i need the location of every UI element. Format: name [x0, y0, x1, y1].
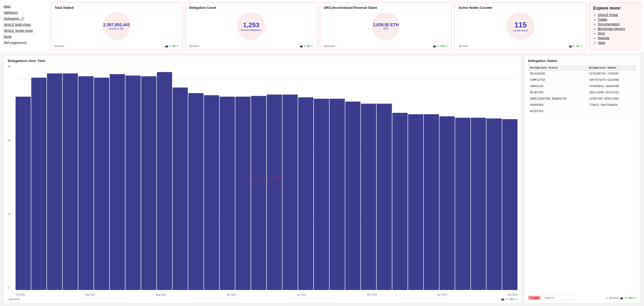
svg-rect-19 — [251, 96, 266, 290]
svg-rect-11 — [125, 76, 141, 290]
td-status-6: ACCEPTED — [528, 108, 587, 115]
y-label-1b: 1b — [8, 212, 15, 215]
search-input[interactable] — [542, 295, 575, 301]
user-tag-2: @payvint — [324, 44, 334, 47]
explore-title: Explore more: — [593, 6, 636, 11]
cards-row: Total Staked 2,397,892,443 amount in SKL… — [50, 2, 640, 50]
chart-main: D.une — [16, 65, 518, 290]
svg-rect-5 — [31, 78, 47, 290]
x-label-5: Nov 2022 — [367, 294, 377, 296]
check-icon-3: ✔ — [580, 44, 582, 48]
nav-multi-chain[interactable]: SKALE Multi-chain — [4, 23, 48, 26]
nav-node[interactable]: Node — [4, 35, 48, 38]
x-label-7: Sep 2023 — [508, 294, 518, 296]
x-label-6: Apr 2023 — [438, 294, 447, 296]
card-delegation-count: Delegation Count 1,253 amount delegation… — [185, 2, 317, 50]
chart-time-badge: 16d — [509, 298, 514, 300]
explore-item-0: SKALE Portal — [598, 13, 636, 17]
footer-icons-3: 📷 ⟳ 9d ✔ — [569, 44, 582, 48]
explore-link-0[interactable]: SKALE Portal — [598, 13, 618, 17]
refresh-icon-1: ⟳ — [304, 44, 306, 48]
table-title: Delegation States — [528, 59, 636, 63]
chart-footer-right: 📷 ⟳ 16d ✔ — [501, 298, 518, 301]
svg-rect-26 — [361, 104, 376, 290]
explore-link-2[interactable]: Documentation — [598, 22, 620, 26]
circle-bg-2: 2,639.92 ETH DRS — [372, 12, 400, 40]
table-check-icon: ✔ — [634, 296, 636, 300]
nav-ima: IMA page(soon) — [4, 41, 48, 44]
time-badge-3: 9d — [576, 44, 579, 47]
explore-item-4: DAO — [598, 32, 636, 35]
table-row: COMPLETED1967975879.6232986 — [528, 77, 636, 83]
svg-rect-27 — [376, 104, 392, 290]
circle-container-3: 115 number nodes — [458, 10, 582, 42]
table-user: @manel — [609, 296, 619, 299]
value-1: 1,253 — [243, 21, 259, 29]
nav-validators[interactable]: Validators — [4, 11, 48, 14]
card-title-0: Total Staked — [54, 6, 178, 10]
refresh-icon-3: ⟳ — [573, 44, 575, 48]
card-footer-3: @manel 📷 ⟳ 9d ✔ — [458, 44, 582, 48]
bar-chart-svg — [16, 65, 518, 290]
table-row: REJECTED296112898.02223325 — [528, 90, 636, 96]
nav-single-chain[interactable]: SKALE Single-chain — [4, 29, 48, 32]
user-tag-1: @manel — [189, 44, 199, 47]
svg-rect-12 — [141, 76, 156, 290]
circle-container-0: 2,397,892,443 amount in SKL — [54, 10, 178, 42]
card-footer-1: @manel 📷 ⟳ 9d ✔ — [189, 44, 313, 48]
svg-rect-30 — [424, 114, 439, 290]
nav-main[interactable]: Main — [4, 5, 48, 8]
svg-rect-22 — [298, 97, 314, 290]
y-label-2b: 2b — [8, 139, 15, 142]
camera-icon-1: 📷 — [300, 44, 303, 48]
card-drs: DRS Decentralized Revenue Share 2,639.92… — [320, 2, 452, 50]
time-badge-1: 9d — [307, 44, 310, 47]
explore-link-6[interactable]: Stats — [598, 41, 605, 44]
nav-delegators[interactable]: Delegators 🔗 — [4, 17, 48, 20]
chart-footer: ● @manel 📷 ⟳ 16d ✔ — [8, 298, 518, 301]
page-wrapper: Main Validators Delegators 🔗 SKALE Multi… — [0, 0, 644, 306]
td-amount-0: 2376386734.7448597 — [587, 71, 636, 77]
td-status-3: REJECTED — [528, 90, 587, 96]
value-label-3: number nodes — [513, 29, 528, 32]
card-total-staked: Total Staked 2,397,892,443 amount in SKL… — [50, 2, 182, 50]
td-status-5: PROPOSED — [528, 102, 587, 108]
explore-item-5: Website — [598, 36, 636, 40]
footer-icons-2: 📷 ⟳ 11d ✔ — [433, 44, 448, 48]
table-row: DELEGATED2376386734.7448597 — [528, 71, 636, 77]
explore-link-3[interactable]: Blockchain Metrics — [598, 27, 625, 31]
table-body: DELEGATED2376386734.7448597COMPLETED1967… — [528, 71, 636, 115]
svg-rect-33 — [471, 118, 486, 290]
table-footer: 7 rows ● @manel 📷 ⟳ 16d ✔ — [528, 293, 636, 301]
refresh-icon-table: ⟳ — [625, 296, 627, 300]
svg-rect-7 — [63, 73, 78, 290]
card-title-1: Delegation Count — [189, 6, 313, 10]
svg-rect-25 — [345, 102, 360, 290]
circle-container-2: 2,639.92 ETH DRS — [324, 10, 448, 42]
card-footer-0: @manel 📷 ⟳ 9d ✔ — [54, 44, 178, 48]
card-title-3: Active Nodes Counter — [458, 6, 582, 10]
table-header-row: Delegations Status Delegations Amount — [528, 65, 636, 71]
svg-rect-31 — [440, 116, 455, 290]
table-panel: Delegation States Delegations Status Del… — [524, 55, 640, 303]
camera-icon-table: 📷 — [620, 296, 623, 300]
refresh-icon-0: ⟳ — [169, 44, 171, 48]
table-row: UNDELEGATION REQUESTED21505708.365817085 — [528, 96, 636, 102]
camera-icon-0: 📷 — [165, 44, 168, 48]
camera-icon-chart: 📷 — [501, 298, 504, 301]
svg-rect-24 — [330, 99, 345, 290]
check-icon-2: ✔ — [446, 44, 448, 48]
value-2: 2,639.92 ETH — [373, 22, 398, 28]
circle-bg-0: 2,397,892,443 amount in SKL — [102, 12, 130, 40]
explore-card: Explore more: SKALE Portal Twitter Docum… — [589, 2, 640, 50]
x-label-2: Aug 2021 — [156, 294, 166, 296]
explore-link-4[interactable]: DAO — [598, 32, 605, 35]
th-status: Delegations Status — [528, 65, 587, 71]
y-label-3b: 3b — [8, 65, 15, 68]
table-row: CANCELED433809642.08483565 — [528, 83, 636, 90]
svg-rect-20 — [267, 94, 282, 290]
explore-link-1[interactable]: Twitter — [598, 18, 607, 21]
svg-rect-8 — [78, 76, 94, 290]
top-section: Main Validators Delegators 🔗 SKALE Multi… — [0, 0, 644, 52]
explore-link-5[interactable]: Website — [598, 36, 610, 40]
